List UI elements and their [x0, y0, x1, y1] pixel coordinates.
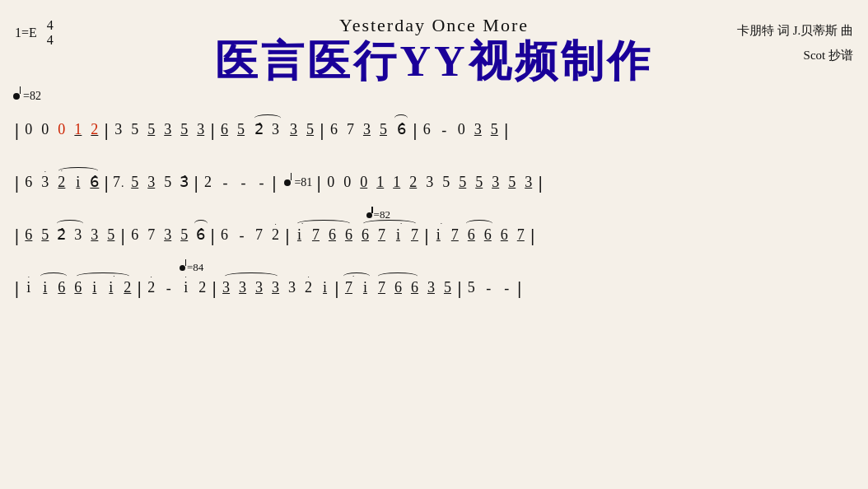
music-row-1: | 0 0 0 1 2 | 3 5 5 3 5 3 | 6 5 2̂ 3 3 5 [10, 105, 858, 156]
credits: 卡朋特 词 J.贝蒂斯 曲 Scot 抄谱 [737, 18, 853, 68]
tempo-mark-1: =82 [13, 90, 41, 103]
music-row-2: | 6 3· 2· i 6̂ | 7. 5 3 5 3̂ | 2 - - - | [10, 157, 858, 208]
music-content: =82 | 0 0 0 1 2 | 3 5 5 3 5 3 | 6 5 2̂ [0, 88, 868, 314]
music-row-4: =84 | i· i 6 6 i i· 2 | 2· - i· 2 | 3 3 [10, 263, 858, 314]
music-row-3: =82 | 6 5 2̂ 3 3 5 | 6 7 3 5 6̂ | 6 - 7 … [10, 210, 858, 261]
transcriber: Scot 抄谱 [737, 43, 853, 68]
lyricist-composer: 卡朋特 词 J.贝蒂斯 曲 [737, 18, 853, 43]
sheet-music-container: 1=E 4 4 Yesterday Once More 医言医行YY视频制作 卡… [0, 0, 868, 489]
tempo-mark-2: =81 [284, 176, 315, 189]
